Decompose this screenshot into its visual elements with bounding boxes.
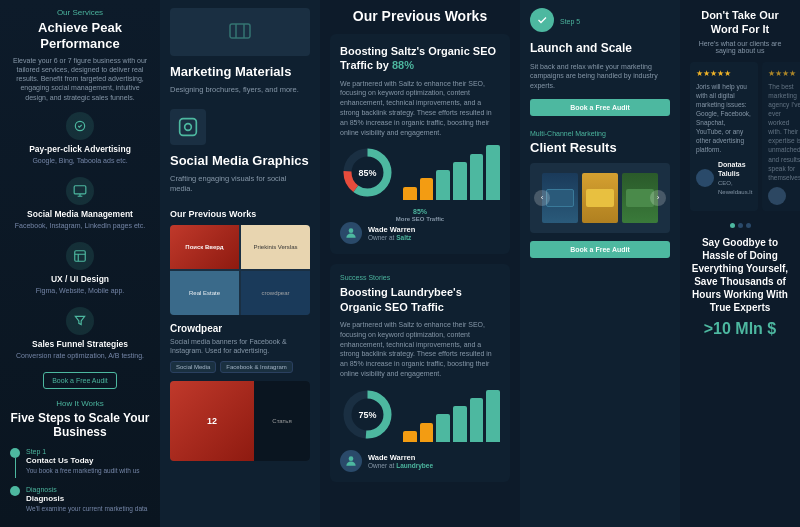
- step-1-line: [10, 448, 20, 478]
- sales-icon: [66, 307, 94, 335]
- dont-take-sub: Here's what our clients are saying about…: [690, 40, 790, 54]
- step-1-connector: [15, 458, 16, 478]
- crowdpear-desc: Social media banners for Facebook & Inst…: [170, 337, 310, 355]
- testimonial-1-text: Joris will help you with all digital mar…: [696, 82, 752, 155]
- testi-avatar-1: [696, 169, 714, 187]
- svg-rect-4: [180, 119, 197, 136]
- dot-1: [730, 223, 735, 228]
- story-card-1: Boosting Saltz's Organic SEO Traffic by …: [330, 34, 510, 254]
- chart-label-1: 85% More SEO Traffic: [340, 208, 500, 222]
- col2-social-section: Social Media Graphics Crafting engaging …: [170, 109, 310, 195]
- crowdpear-tags: Social Media Facebook & Instagram: [170, 361, 310, 373]
- launch-desc: Sit back and relax while your marketing …: [530, 62, 670, 91]
- page-wrapper: Our Services Achieve Peak Performance El…: [0, 0, 800, 527]
- svg-text:75%: 75%: [358, 410, 376, 420]
- social-graphics-desc: Crafting engaging visuals for social med…: [170, 174, 310, 195]
- carousel-dots: [690, 223, 790, 228]
- marketing-title: Marketing Materials: [170, 64, 310, 80]
- marketing-desc: Designing brochures, flyers, and more.: [170, 85, 310, 96]
- step-1-dot: [10, 448, 20, 458]
- carousel-right-arrow[interactable]: ›: [650, 190, 666, 206]
- how-it-works-label: How It Works: [10, 399, 150, 408]
- story-1-headline: Boosting Saltz's Organic SEO Traffic by …: [340, 44, 500, 73]
- service-ppc-desc: Google, Bing, Taboola ads etc.: [10, 156, 150, 165]
- prev-works-label: Our Previous Works: [170, 209, 310, 219]
- ten-mln: >10 Mln $: [690, 320, 790, 338]
- author-row-2: Wade Warren Owner at Laundrybee: [340, 450, 500, 472]
- service-ux: UX / UI Design Figma, Website, Mobile ap…: [10, 242, 150, 295]
- svg-point-14: [349, 456, 354, 461]
- step-2-content: Diagnosis Diagnosis We'll examine your c…: [26, 486, 147, 513]
- carousel-content: [530, 169, 670, 227]
- service-sales-title: Sales Funnel Strategies: [10, 339, 150, 349]
- story-card-2: Success Stories Boosting Laundrybee's Or…: [330, 264, 510, 481]
- author-name-2: Wade Warren: [368, 453, 433, 462]
- story-2-chart: 75%: [340, 387, 500, 442]
- author-role-1: Owner at Saltz: [368, 234, 415, 241]
- client-results-title: Client Results: [530, 140, 670, 155]
- col1-title: Achieve Peak Performance: [10, 20, 150, 51]
- stars-2: ★★★★: [768, 68, 800, 79]
- donut-chart-1: 85%: [340, 145, 395, 200]
- steps-title: Five Steps to Scale Your Business: [10, 411, 150, 440]
- work-card2: 12 Статья: [170, 381, 310, 461]
- story-1-text: We partnered with Saltz to enhance their…: [340, 79, 500, 138]
- card-cell-3: Real Estate: [170, 271, 239, 315]
- testimonial-2: ★★★★ The best marketing agency I've ever…: [762, 62, 800, 211]
- col1-services: Our Services Achieve Peak Performance El…: [0, 0, 160, 527]
- carousel-left-arrow[interactable]: ‹: [534, 190, 550, 206]
- service-social: Social Media Management Facebook, Instag…: [10, 177, 150, 230]
- col2-marketing-section: Marketing Materials Designing brochures,…: [170, 8, 310, 95]
- social-graphics-icon: [170, 109, 206, 145]
- step-2-desc: We'll examine your current marketing dat…: [26, 505, 147, 513]
- success-tag: Success Stories: [340, 274, 500, 281]
- multichannel-tag: Multi-Channel Marketing: [530, 130, 670, 137]
- ux-icon: [66, 242, 94, 270]
- col1-audit-button[interactable]: Book a Free Audit: [43, 372, 117, 389]
- tag-facebook: Facebook & Instagram: [220, 361, 292, 373]
- testimonials-row: ★★★★★ Joris will help you with all digit…: [690, 62, 790, 217]
- launch-title: Launch and Scale: [530, 41, 670, 57]
- donut-chart-2: 75%: [340, 387, 395, 442]
- launch-icon: [530, 8, 554, 32]
- author-row-1: Wade Warren Owner at Saltz: [340, 222, 500, 244]
- col1-desc: Elevate your 6 or 7 figure business with…: [10, 56, 150, 101]
- story-2-headline: Boosting Laundrybee's Organic SEO Traffi…: [340, 285, 500, 314]
- author-name-1: Wade Warren: [368, 225, 415, 234]
- result-thumb-2: [582, 173, 618, 223]
- step-2-title: Diagnosis: [26, 494, 147, 503]
- col5-testimonials: Don't Take Our Word For It Here's what o…: [680, 0, 800, 527]
- author-info-1: Wade Warren Owner at Saltz: [368, 225, 415, 241]
- ppc-icon: [66, 112, 94, 140]
- marketing-image: [170, 8, 310, 56]
- story-1-chart: 85%: [340, 145, 500, 200]
- client-results-audit-button[interactable]: Book a Free Audit: [530, 241, 670, 258]
- testi-avatar-2: [768, 187, 786, 205]
- step-1: Step 1 Contact Us Today You book a free …: [10, 448, 150, 478]
- dot-2: [738, 223, 743, 228]
- service-ux-title: UX / UI Design: [10, 274, 150, 284]
- stars-1: ★★★★★: [696, 68, 752, 79]
- step-1-num: Step 1: [26, 448, 140, 455]
- work-card2-right: Статья: [254, 381, 310, 461]
- card-cell-1: Поиск Вверд: [170, 225, 239, 269]
- dont-take-title: Don't Take Our Word For It: [690, 8, 790, 37]
- step-2-dot: [10, 486, 20, 496]
- col3-header: Our Previous Works: [330, 8, 510, 24]
- svg-rect-3: [230, 24, 250, 38]
- testimonial-2-author: [768, 187, 800, 205]
- svg-point-10: [349, 229, 354, 234]
- card-cell-4: crowdpear: [241, 271, 310, 315]
- svg-rect-1: [74, 186, 86, 194]
- client-results-section: Multi-Channel Marketing Client Results ‹: [530, 130, 670, 258]
- service-sales: Sales Funnel Strategies Conversion rate …: [10, 307, 150, 360]
- step-2-line: [10, 486, 20, 496]
- launch-section: Step 5 Launch and Scale Sit back and rel…: [530, 8, 670, 116]
- step-1-content: Step 1 Contact Us Today You book a free …: [26, 448, 140, 475]
- launch-audit-button[interactable]: Book a Free Audit: [530, 99, 670, 116]
- service-ppc-title: Pay-per-click Advertising: [10, 144, 150, 154]
- svg-rect-2: [75, 251, 86, 262]
- step-2: Diagnosis Diagnosis We'll examine your c…: [10, 486, 150, 513]
- author-info-2: Wade Warren Owner at Laundrybee: [368, 453, 433, 469]
- work-card-grid: Поиск Вверд Priekinis Verslas Real Estat…: [170, 225, 310, 315]
